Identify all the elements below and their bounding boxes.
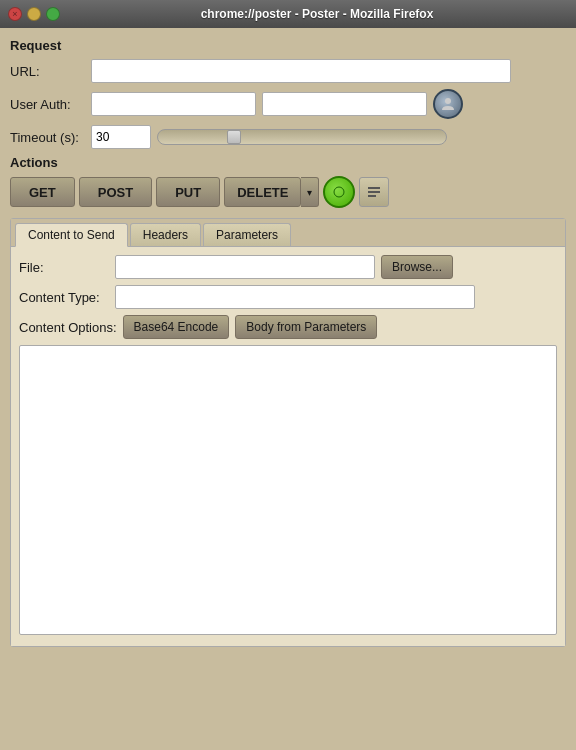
timeout-input[interactable] (91, 125, 151, 149)
content-type-label: Content Type: (19, 290, 109, 305)
browse-button[interactable]: Browse... (381, 255, 453, 279)
timeout-slider-container (157, 129, 447, 145)
content-options-label: Content Options: (19, 320, 117, 335)
body-textarea[interactable] (19, 345, 557, 635)
go-button[interactable] (323, 176, 355, 208)
get-button[interactable]: GET (10, 177, 75, 207)
auth-avatar-button[interactable] (433, 89, 463, 119)
content-type-row: Content Type: (19, 285, 557, 309)
user-auth-password-input[interactable] (262, 92, 427, 116)
history-button[interactable] (359, 177, 389, 207)
tab-content-to-send[interactable]: Content to Send (15, 223, 128, 247)
window-title: chrome://poster - Poster - Mozilla Firef… (66, 7, 568, 21)
tabs-container: Content to Send Headers Parameters File:… (10, 218, 566, 647)
actions-section-label: Actions (10, 155, 566, 170)
user-auth-row: User Auth: (10, 89, 566, 119)
title-bar: × chrome://poster - Poster - Mozilla Fir… (0, 0, 576, 28)
base64-encode-button[interactable]: Base64 Encode (123, 315, 230, 339)
delete-button[interactable]: DELETE (224, 177, 301, 207)
delete-group: DELETE ▾ (224, 177, 319, 207)
window-controls[interactable]: × (8, 7, 60, 21)
file-label: File: (19, 260, 109, 275)
url-label: URL: (10, 64, 85, 79)
user-auth-label: User Auth: (10, 97, 85, 112)
svg-rect-3 (368, 191, 380, 193)
content-options-row: Content Options: Base64 Encode Body from… (19, 315, 557, 339)
svg-point-0 (445, 98, 451, 104)
minimize-button[interactable] (27, 7, 41, 21)
url-input[interactable] (91, 59, 511, 83)
body-from-params-button[interactable]: Body from Parameters (235, 315, 377, 339)
maximize-button[interactable] (46, 7, 60, 21)
file-input[interactable] (115, 255, 375, 279)
delete-dropdown-arrow[interactable]: ▾ (301, 177, 319, 207)
request-section-label: Request (10, 38, 566, 53)
timeout-label: Timeout (s): (10, 130, 85, 145)
actions-row: GET POST PUT DELETE ▾ (10, 176, 566, 208)
actions-section: Actions GET POST PUT DELETE ▾ (10, 155, 566, 208)
content-type-input[interactable] (115, 285, 475, 309)
tab-parameters[interactable]: Parameters (203, 223, 291, 246)
main-container: Request URL: User Auth: Timeout (s): (0, 28, 576, 750)
go-icon (333, 186, 345, 198)
svg-rect-4 (368, 195, 376, 197)
timeout-row: Timeout (s): (10, 125, 566, 149)
tabs-header: Content to Send Headers Parameters (11, 219, 565, 247)
tab-content-panel: File: Browse... Content Type: Content Op… (11, 247, 565, 646)
close-button[interactable]: × (8, 7, 22, 21)
put-button[interactable]: PUT (156, 177, 220, 207)
timeout-slider[interactable] (157, 129, 447, 145)
history-icon (366, 184, 382, 200)
request-section: Request URL: User Auth: Timeout (s): (10, 38, 566, 149)
svg-point-1 (334, 187, 344, 197)
tab-headers[interactable]: Headers (130, 223, 201, 246)
svg-rect-2 (368, 187, 380, 189)
person-icon (440, 96, 456, 112)
post-button[interactable]: POST (79, 177, 152, 207)
file-row: File: Browse... (19, 255, 557, 279)
url-row: URL: (10, 59, 566, 83)
user-auth-username-input[interactable] (91, 92, 256, 116)
